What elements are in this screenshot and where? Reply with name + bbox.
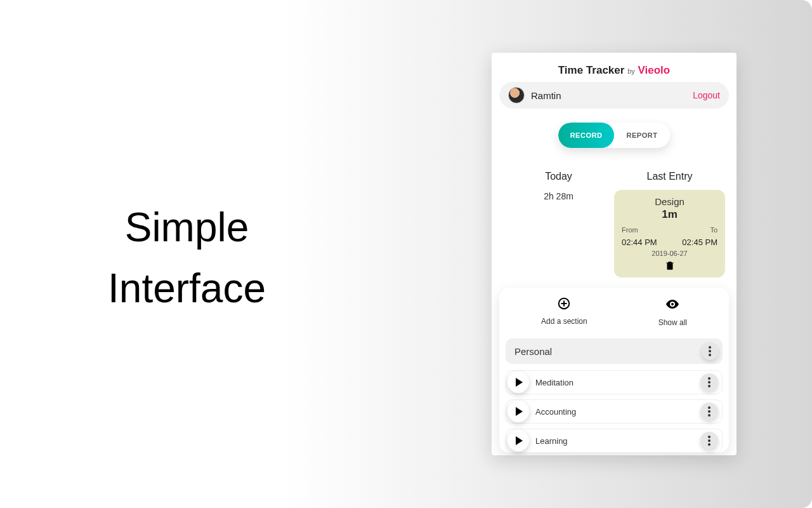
headline-block: Simple Interface (108, 197, 266, 319)
app-title: Time Tracker by Vieolo (492, 53, 737, 82)
show-all-label: Show all (658, 318, 687, 327)
tab-report[interactable]: REPORT (614, 123, 670, 148)
tabs: RECORD REPORT (558, 123, 670, 148)
play-button[interactable] (508, 401, 529, 422)
trash-icon[interactable] (664, 260, 676, 274)
headline-text: Simple Interface (108, 197, 266, 319)
last-entry-ft-labels: From To (619, 226, 720, 234)
play-button[interactable] (508, 430, 529, 451)
play-icon (516, 436, 523, 445)
to-label: To (710, 226, 717, 234)
tab-record[interactable]: RECORD (558, 123, 614, 148)
play-icon (516, 378, 523, 387)
play-icon (516, 407, 523, 416)
item-menu-button[interactable] (700, 432, 718, 450)
sections-panel: Add a section Show all Personal (499, 288, 729, 453)
promo-canvas: Simple Interface Time Tracker by Vieolo … (0, 0, 812, 508)
eye-icon (665, 297, 680, 312)
app-title-by: by (627, 67, 635, 75)
list-item: Meditation (506, 370, 723, 394)
more-vertical-icon (708, 406, 710, 417)
last-entry-title: Design (619, 196, 720, 207)
app-title-brand: Vieolo (638, 64, 670, 76)
from-time: 02:44 PM (622, 237, 657, 247)
last-entry-label: Last Entry (614, 171, 725, 182)
list-item-label: Meditation (535, 378, 573, 387)
headline-line-2: Interface (108, 265, 266, 311)
avatar[interactable] (508, 87, 525, 104)
to-time: 02:45 PM (682, 237, 717, 247)
logout-link[interactable]: Logout (693, 90, 720, 100)
panel-actions: Add a section Show all (506, 297, 723, 327)
today-value: 2h 28m (503, 191, 614, 201)
summary-row: Today 2h 28m Last Entry Design 1m From T… (492, 171, 737, 277)
last-entry-times: 02:44 PM 02:45 PM (619, 237, 720, 247)
headline-line-1: Simple (125, 204, 249, 250)
list-item-label: Learning (535, 436, 568, 446)
more-vertical-icon (708, 377, 710, 387)
user-bar-left: Ramtin (508, 87, 561, 104)
item-menu-button[interactable] (700, 403, 718, 420)
play-button[interactable] (508, 371, 529, 393)
section-name: Personal (514, 346, 552, 357)
more-vertical-icon (708, 436, 710, 446)
section-header[interactable]: Personal (506, 338, 723, 364)
today-label: Today (503, 171, 614, 182)
list-item: Accounting (506, 399, 723, 424)
app-screenshot: Time Tracker by Vieolo Ramtin Logout REC… (492, 53, 737, 455)
item-menu-button[interactable] (700, 373, 718, 391)
plus-circle-icon (557, 297, 571, 311)
more-vertical-icon (709, 346, 711, 356)
last-entry-duration: 1m (619, 208, 720, 221)
app-title-main: Time Tracker (558, 64, 625, 76)
today-col: Today 2h 28m (503, 171, 614, 277)
last-entry-col: Last Entry Design 1m From To 02:44 PM 02… (614, 171, 725, 277)
user-name: Ramtin (531, 90, 561, 101)
show-all-button[interactable]: Show all (658, 297, 687, 327)
list-item-label: Accounting (535, 407, 576, 417)
last-entry-date: 2019-06-27 (619, 250, 720, 257)
section-menu-button[interactable] (701, 342, 719, 360)
list-item: Learning (506, 429, 723, 453)
add-section-label: Add a section (541, 317, 587, 326)
from-label: From (622, 226, 638, 234)
last-entry-card: Design 1m From To 02:44 PM 02:45 PM 2019… (614, 190, 725, 277)
add-section-button[interactable]: Add a section (541, 297, 587, 327)
user-bar: Ramtin Logout (499, 82, 729, 109)
